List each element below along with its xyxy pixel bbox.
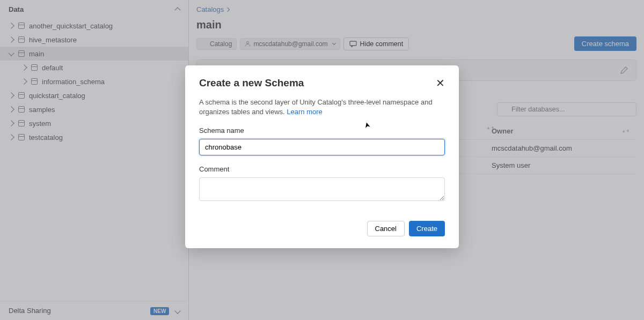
modal-overlay[interactable]: Create a new Schema ✕ A schema is the se…	[0, 0, 644, 320]
comment-input[interactable]	[199, 177, 445, 201]
create-schema-modal: Create a new Schema ✕ A schema is the se…	[185, 65, 459, 248]
create-button[interactable]: Create	[409, 221, 445, 236]
comment-label: Comment	[199, 165, 445, 173]
cancel-button[interactable]: Cancel	[367, 221, 405, 236]
schema-name-input[interactable]	[199, 139, 445, 155]
learn-more-link[interactable]: Learn more	[287, 108, 322, 116]
schema-name-label: Schema name	[199, 126, 445, 135]
close-icon[interactable]: ✕	[436, 78, 445, 88]
modal-description: A schema is the second layer of Unity Ca…	[199, 98, 445, 117]
modal-title: Create a new Schema	[199, 77, 304, 89]
